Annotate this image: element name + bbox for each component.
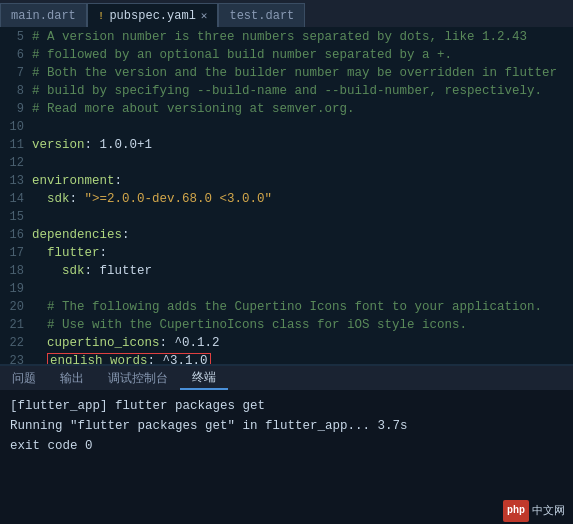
line-19: 19 (0, 280, 573, 298)
line-content: flutter: (32, 246, 573, 260)
line-number: 13 (0, 174, 32, 188)
line-7: 7 # Both the version and the builder num… (0, 64, 573, 82)
line-number: 18 (0, 264, 32, 278)
panel-tab-label: 调试控制台 (108, 370, 168, 387)
line-22: 22 cupertino_icons: ^0.1.2 (0, 334, 573, 352)
line-number: 22 (0, 336, 32, 350)
panel-tab-label: 问题 (12, 370, 36, 387)
line-number: 14 (0, 192, 32, 206)
panel-tab-terminal[interactable]: 终端 (180, 366, 228, 390)
line-number: 5 (0, 30, 32, 44)
bottom-panel: 问题 输出 调试控制台 终端 [flutter_app] flutter pac… (0, 364, 573, 524)
tab-label: test.dart (229, 9, 294, 23)
line-12: 12 (0, 154, 573, 172)
line-number: 7 (0, 66, 32, 80)
editor-area: 5 # A version number is three numbers se… (0, 28, 573, 364)
line-number: 17 (0, 246, 32, 260)
line-content (32, 282, 573, 296)
line-13: 13 environment: (0, 172, 573, 190)
line-16: 16 dependencies: (0, 226, 573, 244)
line-14: 14 sdk: ">=2.0.0-dev.68.0 <3.0.0" (0, 190, 573, 208)
line-content: # A version number is three numbers sepa… (32, 30, 573, 44)
line-number: 20 (0, 300, 32, 314)
line-number: 11 (0, 138, 32, 152)
line-number: 12 (0, 156, 32, 170)
line-content: # The following adds the Cupertino Icons… (32, 300, 573, 314)
tab-main-dart[interactable]: main.dart (0, 3, 87, 27)
tab-label: pubspec.yaml (109, 9, 195, 23)
line-number: 21 (0, 318, 32, 332)
line-17: 17 flutter: (0, 244, 573, 262)
line-number: 19 (0, 282, 32, 296)
tab-bar: main.dart ! pubspec.yaml ✕ test.dart (0, 0, 573, 28)
line-number: 23 (0, 354, 32, 364)
line-content: version: 1.0.0+1 (32, 138, 573, 152)
line-21: 21 # Use with the CupertinoIcons class f… (0, 316, 573, 334)
line-content: dependencies: (32, 228, 573, 242)
line-11: 11 version: 1.0.0+1 (0, 136, 573, 154)
tab-pubspec-yaml[interactable]: ! pubspec.yaml ✕ (87, 3, 219, 27)
line-number: 16 (0, 228, 32, 242)
panel-tab-label: 输出 (60, 370, 84, 387)
watermark-site-name: 中文网 (532, 501, 565, 521)
line-18: 18 sdk: flutter (0, 262, 573, 280)
line-content: sdk: ">=2.0.0-dev.68.0 <3.0.0" (32, 192, 573, 206)
line-content (32, 156, 573, 170)
line-content (32, 210, 573, 224)
php-watermark: php 中文网 (503, 500, 565, 522)
panel-tab-label: 终端 (192, 369, 216, 386)
line-content: # Read more about versioning at semver.o… (32, 102, 573, 116)
panel-tab-debug-console[interactable]: 调试控制台 (96, 366, 180, 390)
panel-tab-bar: 问题 输出 调试控制台 终端 (0, 366, 573, 390)
line-content (32, 120, 573, 134)
line-23-highlighted: 23 english_words: ^3.1.0 (0, 352, 573, 364)
line-content: # followed by an optional build number s… (32, 48, 573, 62)
panel-tab-output[interactable]: 输出 (48, 366, 96, 390)
line-number: 9 (0, 102, 32, 116)
tab-label: main.dart (11, 9, 76, 23)
tab-close-button[interactable]: ✕ (201, 9, 208, 22)
terminal-content: [flutter_app] flutter packages get Runni… (0, 390, 573, 524)
terminal-line-3: exit code 0 (10, 436, 563, 456)
line-15: 15 (0, 208, 573, 226)
line-number: 6 (0, 48, 32, 62)
line-20: 20 # The following adds the Cupertino Ic… (0, 298, 573, 316)
line-content: english_words: ^3.1.0 (32, 353, 573, 364)
line-6: 6 # followed by an optional build number… (0, 46, 573, 64)
line-8: 8 # build by specifying --build-name and… (0, 82, 573, 100)
line-number: 15 (0, 210, 32, 224)
line-9: 9 # Read more about versioning at semver… (0, 100, 573, 118)
line-content: environment: (32, 174, 573, 188)
line-number: 10 (0, 120, 32, 134)
line-content: cupertino_icons: ^0.1.2 (32, 336, 573, 350)
terminal-line-2: Running "flutter packages get" in flutte… (10, 416, 563, 436)
php-badge: php (503, 500, 529, 522)
line-content: sdk: flutter (32, 264, 573, 278)
line-number: 8 (0, 84, 32, 98)
line-content: # Use with the CupertinoIcons class for … (32, 318, 573, 332)
line-5: 5 # A version number is three numbers se… (0, 28, 573, 46)
terminal-line-1: [flutter_app] flutter packages get (10, 396, 563, 416)
line-content: # build by specifying --build-name and -… (32, 84, 573, 98)
line-content: # Both the version and the builder numbe… (32, 66, 573, 80)
tab-warning-icon: ! (98, 10, 105, 22)
panel-tab-problems[interactable]: 问题 (0, 366, 48, 390)
line-10: 10 (0, 118, 573, 136)
tab-test-dart[interactable]: test.dart (218, 3, 305, 27)
